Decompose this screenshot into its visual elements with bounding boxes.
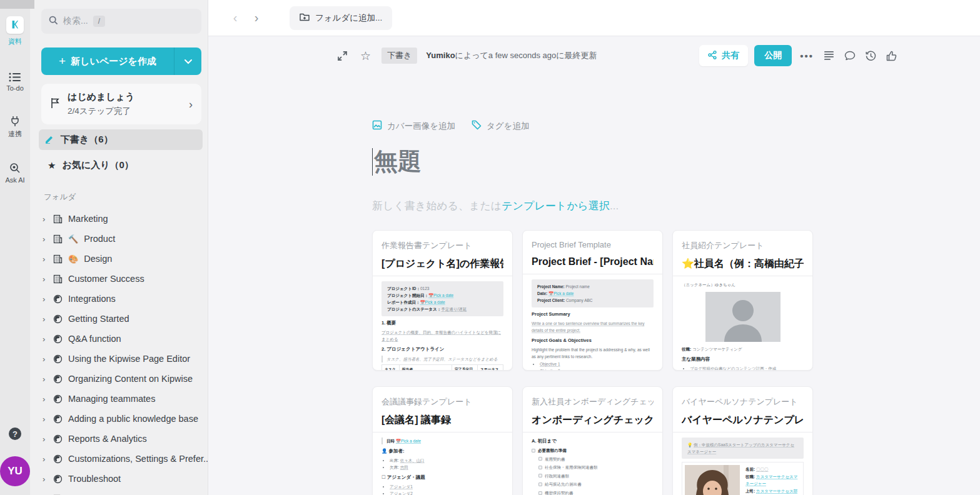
ellipsis: ... — [610, 200, 619, 212]
sidebar-folder-design[interactable]: ›🎨Design — [41, 249, 201, 269]
onboarding-text: はじめましょう 2/4ステップ完了 — [68, 91, 181, 117]
sidebar-folder-marketing[interactable]: ›Marketing — [41, 209, 201, 229]
folder-label: Marketing — [68, 214, 108, 224]
template-card-4[interactable]: 会議議事録テンプレート[会議名] 議事録日時 📅Pick a date👤 参加者… — [372, 386, 513, 495]
divider — [373, 432, 512, 432]
template-card-grid: 作業報告書テンプレート[プロジェクト名]の作業報告書プロジェクトID：0123プ… — [372, 230, 816, 495]
sidebar-folder-reports-analytics[interactable]: ›Reports & Analytics — [41, 429, 201, 449]
divider — [523, 274, 662, 274]
nav-forward-button[interactable]: › — [248, 11, 265, 25]
persona-photo — [685, 465, 740, 495]
more-options-button[interactable]: ••• — [798, 49, 816, 63]
template-card-heading: Project Brief - [Project Name] — [532, 256, 654, 268]
rail-bottom: ? YU — [0, 428, 30, 486]
image-icon — [372, 120, 382, 132]
comments-button[interactable] — [842, 49, 857, 62]
sidebar-item-favorites[interactable]: ★ お気に入り（0） — [41, 155, 201, 176]
add-tag-button[interactable]: タグを追加 — [472, 120, 529, 132]
doc-content: カバー画像を追加 タグを追加 無題 新しく書き始める、またはテンプレートから選択… — [208, 75, 980, 495]
sidebar-folder-organizing-content-on-kipwise[interactable]: ›Organizing Content on Kipwise — [41, 369, 201, 389]
history-button[interactable] — [864, 49, 878, 63]
chevron-right-icon: › — [189, 99, 193, 110]
checkbox-icon — [538, 491, 542, 495]
folder-label: Organizing Content on Kipwise — [68, 374, 193, 384]
checkbox-icon — [538, 482, 542, 486]
onboarding-card[interactable]: はじめましょう 2/4ステップ完了 › — [41, 84, 201, 124]
sidebar-folder-product[interactable]: ›🔨Product — [41, 229, 201, 249]
sidebar-folder-customizations-settings-prefer[interactable]: ›Customizations, Settings & Prefer... — [41, 449, 201, 469]
template-card-6[interactable]: バイヤーペルソナテンプレートバイヤーペルソナテンプレート💡 例：中規模のSaaS… — [672, 386, 813, 495]
sidebar-folder-integrations[interactable]: ›Integrations — [41, 289, 201, 309]
add-cover-label: カバー画像を追加 — [387, 121, 455, 132]
rail-item-integrations[interactable]: 連携 — [8, 116, 22, 139]
folder-label: Customer Success — [68, 274, 144, 284]
start-text: 新しく書き始める、または — [372, 200, 502, 212]
tag-icon — [472, 120, 482, 132]
sidebar-folder-using-the-kipwise-page-editor[interactable]: ›Using the Kipwise Page Editor — [41, 349, 201, 369]
sidebar-folder-troubleshoot[interactable]: ›Troubleshoot — [41, 469, 201, 489]
help-button[interactable]: ? — [9, 428, 21, 440]
share-label: 共有 — [722, 50, 739, 61]
template-card-heading: [会議名] 議事録 — [381, 414, 503, 426]
sidebar-folder-managing-teammates[interactable]: ›Managing teammates — [41, 389, 201, 409]
template-card-label: Project Brief Template — [532, 240, 654, 249]
globe-icon — [53, 294, 63, 304]
folder-label: Troubleshoot — [68, 474, 121, 484]
nav-back-button[interactable]: ‹ — [227, 11, 243, 25]
sidebar-folder-q-a-function[interactable]: ›Q&A function — [41, 329, 201, 349]
sidebar-folder-operations[interactable]: ›Operations — [41, 489, 201, 495]
pencil-icon — [45, 134, 54, 146]
globe-icon — [53, 394, 63, 404]
search-input[interactable]: 検索... / — [41, 9, 201, 34]
template-card-5[interactable]: 新入社員オンボーディングチェック...オンボーディングチェックリス...A. 初… — [522, 386, 663, 495]
share-button[interactable]: 共有 — [699, 45, 748, 66]
rail-item-ask-ai[interactable]: Ask AI — [5, 162, 24, 184]
template-picker-link[interactable]: テンプレートから選択 — [502, 200, 610, 212]
thumbs-up-button[interactable] — [884, 49, 899, 63]
template-card-2[interactable]: Project Brief TemplateProject Brief - [P… — [522, 230, 663, 371]
template-card-3[interactable]: 社員紹介テンプレート⭐社員名（例：高橋由紀子）（ニックネーム）ゆきちゃん役職: … — [672, 230, 813, 371]
template-card-heading: バイヤーペルソナテンプレート — [682, 414, 804, 426]
template-card-preview: A. 初日まで必要書類の準備雇用契約書社会保険・雇用保険関連書類行政関連書類給与… — [532, 438, 654, 495]
sidebar-folder-adding-a-public-knowledge-base[interactable]: ›Adding a public knowledge base — [41, 409, 201, 429]
rail-item-todo[interactable]: To-do — [6, 72, 24, 92]
outline-button[interactable] — [822, 49, 836, 62]
left-rail: 資料 To-do連携Ask AI ? YU — [0, 0, 30, 495]
sidebar-folder-customer-success[interactable]: ›Customer Success — [41, 269, 201, 289]
template-card-label: 社員紹介テンプレート — [682, 240, 804, 251]
template-card-preview: 日時 📅Pick a date👤 参加者:出席: 佐々木、山口欠席: 吉田☐ ア… — [381, 438, 503, 495]
template-card-1[interactable]: 作業報告書テンプレート[プロジェクト名]の作業報告書プロジェクトID：0123プ… — [372, 230, 513, 371]
folder-label: Managing teammates — [68, 394, 155, 404]
updated-by: Yumiko — [426, 51, 455, 60]
flag-icon — [50, 98, 60, 111]
chevron-right-icon: › — [255, 11, 259, 24]
divider — [523, 432, 662, 432]
user-avatar[interactable]: YU — [0, 456, 30, 486]
question-icon: ? — [13, 429, 18, 439]
todo-icon — [9, 72, 21, 82]
new-page-dropdown-button[interactable] — [174, 48, 201, 75]
share-icon — [708, 51, 717, 61]
sidebar-item-drafts[interactable]: 下書き（6） — [39, 129, 203, 150]
status-badge: 下書き — [381, 48, 417, 64]
workspace-logo[interactable]: 資料 — [6, 16, 24, 46]
sidebar-folder-getting-started[interactable]: ›Getting Started — [41, 309, 201, 329]
folder-label: Design — [84, 254, 112, 264]
rail-item-label: To-do — [6, 84, 24, 92]
onboarding-progress: 2/4ステップ完了 — [68, 106, 181, 117]
folder-label: Customizations, Settings & Prefer... — [68, 454, 208, 464]
divider — [673, 276, 812, 276]
template-card-label: 会議議事録テンプレート — [381, 396, 503, 408]
doc-meta-row: カバー画像を追加 タグを追加 — [372, 120, 816, 132]
fullscreen-button[interactable] — [335, 49, 350, 63]
title-input[interactable]: 無題 — [372, 146, 816, 178]
folder-plus-icon — [300, 12, 310, 23]
add-to-folder-button[interactable]: フォルダに追加... — [290, 6, 392, 30]
add-cover-button[interactable]: カバー画像を追加 — [372, 120, 455, 132]
favorite-star-button[interactable]: ☆ — [358, 47, 373, 65]
checkbox-icon — [538, 474, 542, 478]
chevron-right-icon: › — [43, 434, 48, 444]
globe-icon — [53, 454, 63, 464]
new-page-button[interactable]: + 新しいページを作成 — [41, 48, 174, 75]
publish-button[interactable]: 公開 — [754, 45, 792, 66]
